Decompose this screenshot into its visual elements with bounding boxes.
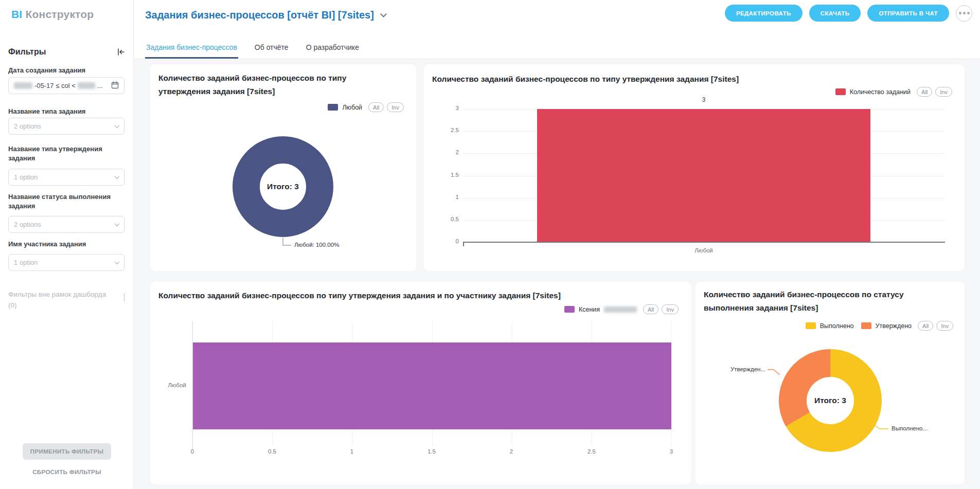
legend-all-pill[interactable]: All: [918, 321, 933, 331]
send-to-chat-button[interactable]: ОТПРАВИТЬ В ЧАТ: [867, 5, 949, 22]
bar-plot-area: [192, 321, 671, 446]
chart-legend: Ксения All Inv: [564, 304, 679, 314]
bar-plot-area: [463, 109, 945, 242]
y-tick-1-5: 1.5: [434, 172, 459, 178]
outer-filters-link[interactable]: Фильтры вне рамок дашборда (0): [8, 289, 126, 311]
legend-label-done[interactable]: Выполнено: [820, 322, 854, 330]
y-tick-0-5: 0.5: [434, 216, 459, 222]
filter-label-participant: Имя участника задания: [8, 240, 121, 249]
legend-label[interactable]: Количество заданий: [850, 88, 911, 96]
chart-card-approval-type-bar: Количество заданий бизнес-процессов по т…: [424, 64, 965, 271]
legend-inv-pill[interactable]: Inv: [387, 102, 404, 112]
y-tick-0: 0: [434, 238, 459, 244]
redacted-surname: [604, 306, 637, 313]
y-category-label: Любой: [155, 382, 186, 388]
y-tick-3: 3: [434, 105, 459, 111]
y-tick-2: 2: [434, 149, 459, 155]
creation-date-value: -05-17 ≤ col < ...: [14, 82, 111, 89]
logo-bi: BI: [11, 8, 22, 20]
exec-status-select[interactable]: 2 options: [8, 216, 124, 233]
donut-total-label: Итого: 3: [789, 396, 871, 405]
filters-header: Фильтры: [8, 47, 126, 57]
bar-any[interactable]: [193, 342, 671, 429]
edit-button[interactable]: РЕДАКТИРОВАТЬ: [725, 5, 803, 22]
legend-label[interactable]: Ксения: [579, 306, 600, 313]
outer-filters-count: (0): [8, 300, 126, 311]
legend-all-pill[interactable]: All: [368, 102, 384, 112]
legend-all-pill[interactable]: All: [917, 87, 932, 97]
chart-title: Количество заданий бизнес-процессов по т…: [158, 71, 395, 98]
chevron-down-icon: [115, 259, 120, 264]
legend-swatch[interactable]: [835, 88, 846, 95]
x-tick-0-5: 0.5: [262, 448, 282, 455]
chart-legend: Количество заданий All Inv: [835, 87, 952, 97]
donut-total-label: Итого: 3: [242, 182, 324, 191]
legend-swatch[interactable]: [328, 104, 338, 111]
x-tick-2-5: 2.5: [581, 448, 602, 455]
legend-swatch[interactable]: [564, 306, 575, 313]
legend-swatch[interactable]: [861, 322, 871, 329]
report-tabs: Задания бизнес-процессов Об отчёте О раз…: [145, 43, 360, 59]
chevron-down-icon: [115, 174, 120, 179]
redacted-date-end: [78, 82, 95, 89]
chart-title: Количество заданий бизнес-процессов по т…: [432, 73, 947, 86]
tab-about-report[interactable]: Об отчёте: [254, 43, 290, 59]
date-range-ellipsis: ...: [97, 82, 103, 89]
bi-dashboard: BI Конструктор Фильтры Дата создания зад…: [0, 0, 980, 489]
page-title: Задания бизнес-процессов [отчёт BI] [7si…: [145, 9, 374, 21]
tab-business-process-tasks[interactable]: Задания бизнес-процессов: [145, 43, 238, 59]
filter-label-creation-date: Дата создания задания: [8, 66, 121, 75]
filter-label-exec-status: Название статуса выполнения задания: [8, 192, 121, 211]
chart-legend: Выполнено Утверждено All Inv: [806, 321, 953, 331]
approval-type-select[interactable]: 1 option: [8, 169, 124, 186]
date-range-text: -05-17 ≤ col <: [34, 82, 76, 89]
x-category-label: Любой: [678, 247, 729, 253]
participant-select[interactable]: 1 option: [8, 254, 124, 271]
report-switcher-chevron-down-icon[interactable]: [380, 11, 387, 17]
legend-inv-pill[interactable]: Inv: [662, 304, 679, 314]
more-options-icon[interactable]: [956, 5, 972, 22]
filters-sidebar: BI Конструктор Фильтры Дата создания зад…: [0, 0, 134, 489]
bar-any[interactable]: [537, 109, 870, 242]
apply-filters-button[interactable]: ПРИМЕНИТЬ ФИЛЬТРЫ: [23, 443, 111, 460]
collapse-sidebar-icon[interactable]: [116, 47, 126, 57]
x-axis-line: [463, 242, 945, 243]
chart-card-participant-bar: Количество заданий бизнес-процессов по т…: [150, 282, 691, 484]
slice-callout-label: Любой: 100.00%: [294, 242, 339, 248]
filter-label-task-type: Название типа задания: [8, 107, 121, 116]
chevron-down-icon: [115, 123, 120, 128]
app-logo: BI Конструктор: [11, 8, 94, 21]
legend-all-pill[interactable]: All: [643, 304, 658, 314]
calendar-icon[interactable]: [111, 81, 119, 90]
reset-filters-button[interactable]: СБРОСИТЬ ФИЛЬТРЫ: [0, 469, 134, 475]
participant-value: 1 option: [14, 259, 112, 266]
logo-name: Конструктор: [25, 8, 94, 20]
chart-card-status-donut: Количество заданий бизнес-процессов по с…: [696, 282, 965, 484]
x-tick-2: 2: [501, 448, 522, 455]
exec-status-value: 2 options: [14, 221, 112, 228]
download-button[interactable]: СКАЧАТЬ: [809, 5, 861, 22]
report-title-row: Задания бизнес-процессов [отчёт BI] [7si…: [145, 9, 386, 21]
y-tick-1: 1: [434, 194, 459, 200]
x-tick-1-5: 1.5: [421, 448, 442, 455]
legend-label-approved[interactable]: Утверждено: [876, 322, 912, 330]
report-header: Задания бизнес-процессов [отчёт BI] [7si…: [134, 0, 980, 59]
legend-inv-pill[interactable]: Inv: [935, 87, 952, 97]
legend-swatch[interactable]: [806, 322, 816, 329]
legend-label[interactable]: Любой: [342, 104, 362, 111]
legend-inv-pill[interactable]: Inv: [936, 321, 953, 331]
axis-tick: [463, 242, 464, 246]
x-tick-3: 3: [661, 448, 682, 455]
x-tick-1: 1: [342, 448, 362, 455]
bar-value-label: 3: [688, 96, 719, 103]
chart-title: Количество заданий бизнес-процессов по т…: [158, 289, 673, 302]
slice-callout-done: Выполнено...: [892, 425, 928, 431]
chart-card-approval-type-donut: Количество заданий бизнес-процессов по т…: [150, 64, 416, 271]
tab-about-developer[interactable]: О разработчике: [305, 43, 360, 59]
task-type-select[interactable]: 2 options: [8, 118, 124, 135]
y-tick-2-5: 2.5: [434, 127, 459, 133]
x-tick-0: 0: [182, 448, 203, 455]
outer-filters-label: Фильтры вне рамок дашборда: [8, 289, 126, 300]
redacted-date-year: [14, 82, 32, 89]
creation-date-input[interactable]: -05-17 ≤ col < ...: [8, 77, 124, 94]
